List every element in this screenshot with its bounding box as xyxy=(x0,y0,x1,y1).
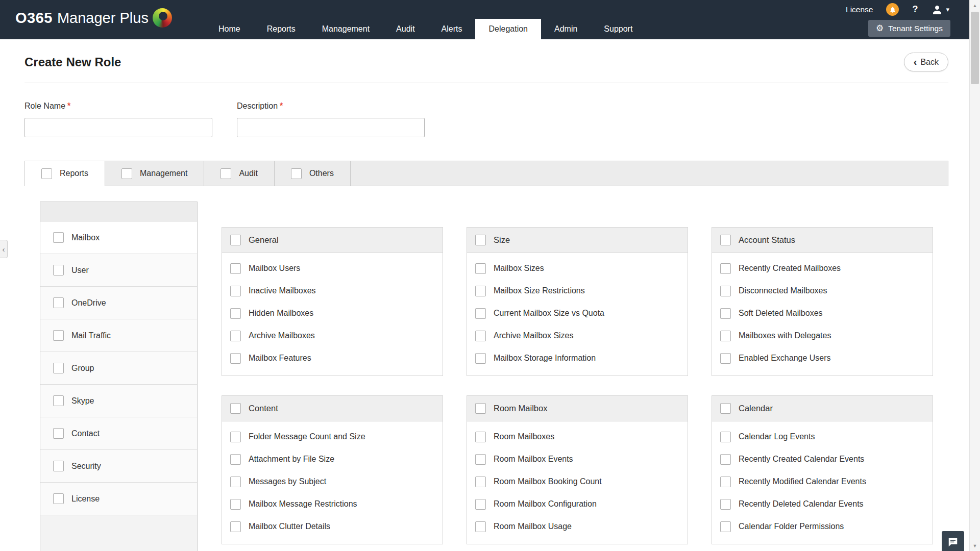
report-item-room-mailboxes[interactable]: Room Mailboxes xyxy=(475,425,679,448)
checkbox[interactable] xyxy=(53,493,64,504)
report-item-mailbox-sizes[interactable]: Mailbox Sizes xyxy=(475,257,679,280)
group-header[interactable]: General xyxy=(222,228,443,253)
group-header[interactable]: Room Mailbox xyxy=(467,396,688,421)
checkbox[interactable] xyxy=(475,331,486,341)
checkbox[interactable] xyxy=(475,432,486,442)
report-item-room-mailbox-configuration[interactable]: Room Mailbox Configuration xyxy=(475,493,679,515)
checkbox[interactable] xyxy=(475,454,486,465)
checkbox[interactable] xyxy=(121,168,132,179)
report-item-mailbox-message-restrictions[interactable]: Mailbox Message Restrictions xyxy=(230,493,434,515)
notification-icon[interactable] xyxy=(886,3,899,16)
checkbox[interactable] xyxy=(720,521,731,532)
checkbox[interactable] xyxy=(720,454,731,465)
tab-others[interactable]: Others xyxy=(275,161,351,186)
checkbox[interactable] xyxy=(475,521,486,532)
checkbox[interactable] xyxy=(720,263,731,274)
report-item-archive-mailboxes[interactable]: Archive Mailboxes xyxy=(230,324,434,347)
report-item-soft-deleted-mailboxes[interactable]: Soft Deleted Mailboxes xyxy=(720,302,924,324)
checkbox[interactable] xyxy=(230,308,241,319)
checkbox[interactable] xyxy=(230,263,241,274)
checkbox[interactable] xyxy=(475,235,486,245)
nav-item-reports[interactable]: Reports xyxy=(254,19,309,39)
checkbox[interactable] xyxy=(53,232,64,243)
nav-item-management[interactable]: Management xyxy=(309,19,383,39)
checkbox[interactable] xyxy=(41,168,52,179)
checkbox[interactable] xyxy=(53,330,64,341)
report-item-recently-created-calendar-events[interactable]: Recently Created Calendar Events xyxy=(720,448,924,470)
checkbox[interactable] xyxy=(230,477,241,487)
report-item-mailbox-users[interactable]: Mailbox Users xyxy=(230,257,434,280)
report-item-calendar-folder-permissions[interactable]: Calendar Folder Permissions xyxy=(720,515,924,538)
checkbox[interactable] xyxy=(230,432,241,442)
checkbox[interactable] xyxy=(53,395,64,406)
license-link[interactable]: License xyxy=(846,5,873,14)
checkbox[interactable] xyxy=(720,331,731,341)
checkbox[interactable] xyxy=(475,477,486,487)
report-item-recently-modified-calendar-events[interactable]: Recently Modified Calendar Events xyxy=(720,470,924,493)
checkbox[interactable] xyxy=(230,403,241,414)
checkbox[interactable] xyxy=(230,235,241,245)
group-header[interactable]: Size xyxy=(467,228,688,253)
help-icon[interactable]: ? xyxy=(912,4,918,15)
report-item-recently-created-mailboxes[interactable]: Recently Created Mailboxes xyxy=(720,257,924,280)
checkbox[interactable] xyxy=(291,168,302,179)
checkbox[interactable] xyxy=(720,403,731,414)
nav-item-audit[interactable]: Audit xyxy=(383,19,428,39)
tab-management[interactable]: Management xyxy=(105,161,204,186)
report-item-disconnected-mailboxes[interactable]: Disconnected Mailboxes xyxy=(720,280,924,302)
checkbox[interactable] xyxy=(230,521,241,532)
category-mailbox[interactable]: Mailbox xyxy=(40,221,197,254)
report-item-hidden-mailboxes[interactable]: Hidden Mailboxes xyxy=(230,302,434,324)
category-mail-traffic[interactable]: Mail Traffic xyxy=(40,319,197,352)
checkbox[interactable] xyxy=(720,432,731,442)
checkbox[interactable] xyxy=(230,454,241,465)
description-input[interactable] xyxy=(237,118,425,137)
checkbox[interactable] xyxy=(720,286,731,296)
group-header[interactable]: Content xyxy=(222,396,443,421)
report-item-mailboxes-with-delegates[interactable]: Mailboxes with Delegates xyxy=(720,324,924,347)
category-group[interactable]: Group xyxy=(40,352,197,385)
back-button[interactable]: ‹ Back xyxy=(904,53,948,71)
report-item-mailbox-storage-information[interactable]: Mailbox Storage Information xyxy=(475,347,679,369)
checkbox[interactable] xyxy=(53,428,64,439)
group-header[interactable]: Account Status xyxy=(712,228,933,253)
checkbox[interactable] xyxy=(720,308,731,319)
report-item-room-mailbox-booking-count[interactable]: Room Mailbox Booking Count xyxy=(475,470,679,493)
checkbox[interactable] xyxy=(475,353,486,364)
checkbox[interactable] xyxy=(53,265,64,276)
tab-audit[interactable]: Audit xyxy=(204,161,274,186)
checkbox[interactable] xyxy=(475,263,486,274)
checkbox[interactable] xyxy=(475,499,486,510)
category-contact[interactable]: Contact xyxy=(40,417,197,450)
scrollbar-thumb[interactable] xyxy=(971,12,979,84)
checkbox[interactable] xyxy=(53,363,64,373)
checkbox[interactable] xyxy=(475,403,486,414)
checkbox[interactable] xyxy=(475,308,486,319)
checkbox[interactable] xyxy=(230,499,241,510)
nav-item-alerts[interactable]: Alerts xyxy=(428,19,476,39)
checkbox[interactable] xyxy=(230,286,241,296)
report-item-attachment-by-file-size[interactable]: Attachment by File Size xyxy=(230,448,434,470)
checkbox[interactable] xyxy=(220,168,231,179)
category-license[interactable]: License xyxy=(40,483,197,515)
checkbox[interactable] xyxy=(720,235,731,245)
tenant-settings-button[interactable]: ⚙ Tenant Settings xyxy=(868,20,950,37)
report-item-recently-deleted-calendar-events[interactable]: Recently Deleted Calendar Events xyxy=(720,493,924,515)
category-user[interactable]: User xyxy=(40,254,197,287)
group-header[interactable]: Calendar xyxy=(712,396,933,421)
left-panel-toggle[interactable]: ‹ xyxy=(0,240,8,258)
nav-item-home[interactable]: Home xyxy=(205,19,254,39)
role-name-input[interactable] xyxy=(24,118,212,137)
user-menu[interactable]: ▾ xyxy=(931,4,949,16)
checkbox[interactable] xyxy=(53,461,64,471)
scroll-down-button[interactable]: ▼ xyxy=(970,540,980,551)
category-skype[interactable]: Skype xyxy=(40,385,197,417)
report-item-enabled-exchange-users[interactable]: Enabled Exchange Users xyxy=(720,347,924,369)
report-item-inactive-mailboxes[interactable]: Inactive Mailboxes xyxy=(230,280,434,302)
report-item-calendar-log-events[interactable]: Calendar Log Events xyxy=(720,425,924,448)
checkbox[interactable] xyxy=(230,353,241,364)
feedback-chat-button[interactable] xyxy=(942,531,964,551)
report-item-room-mailbox-usage[interactable]: Room Mailbox Usage xyxy=(475,515,679,538)
report-item-messages-by-subject[interactable]: Messages by Subject xyxy=(230,470,434,493)
nav-item-delegation[interactable]: Delegation xyxy=(475,19,541,39)
